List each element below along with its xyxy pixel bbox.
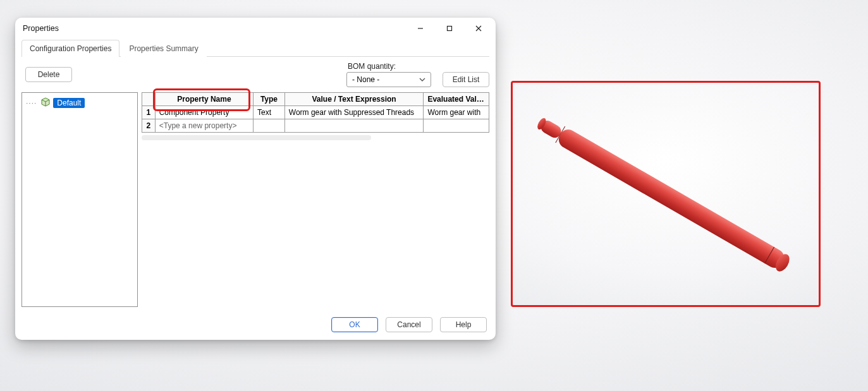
top-controls: Delete BOM quantity: - None - Edit List (21, 61, 489, 92)
properties-dialog: Properties Configuration Properties Prop… (15, 18, 496, 340)
cell-evaluated (424, 119, 489, 133)
properties-table-panel: Property Name Type Value / Text Expressi… (142, 92, 489, 307)
dialog-footer: OK Cancel Help (15, 311, 496, 340)
middle-panels: ···· Default (21, 92, 489, 311)
dialog-content: Delete BOM quantity: - None - Edit List (15, 61, 496, 311)
header-evaluated[interactable]: Evaluated Value (424, 93, 489, 106)
preview-viewport[interactable] (511, 81, 821, 307)
shaft-graphic (513, 83, 821, 307)
header-property-name[interactable]: Property Name (156, 93, 254, 106)
close-button[interactable] (464, 19, 493, 38)
configuration-tree[interactable]: ···· Default (21, 92, 138, 307)
table-header-row: Property Name Type Value / Text Expressi… (142, 93, 489, 106)
horizontal-scrollbar[interactable] (142, 135, 371, 140)
configuration-cube-icon (40, 97, 51, 109)
bom-quantity-select[interactable]: - None - (346, 72, 431, 87)
window-title: Properties (23, 24, 59, 33)
cell-evaluated: Worm gear with (424, 106, 489, 119)
minimize-button[interactable] (406, 19, 435, 38)
svg-rect-5 (556, 126, 788, 271)
table-row[interactable]: 1 Component Property Text Worm gear with… (142, 106, 489, 119)
properties-table[interactable]: Property Name Type Value / Text Expressi… (142, 92, 489, 133)
cancel-button[interactable]: Cancel (386, 317, 432, 332)
tree-item-label: Default (53, 98, 85, 108)
edit-list-button[interactable]: Edit List (443, 72, 489, 87)
table-row[interactable]: 2 <Type a new property> (142, 119, 489, 133)
help-button[interactable]: Help (440, 317, 487, 332)
header-value[interactable]: Value / Text Expression (285, 93, 424, 106)
tab-properties-summary[interactable]: Properties Summary (121, 40, 206, 57)
ok-button[interactable]: OK (331, 317, 378, 332)
cell-new-property-placeholder[interactable]: <Type a new property> (156, 119, 254, 133)
tab-configuration-properties[interactable]: Configuration Properties (21, 40, 119, 57)
chevron-down-icon (418, 76, 427, 83)
tree-branch-icon: ···· (26, 99, 37, 107)
tabs: Configuration Properties Properties Summ… (21, 39, 489, 57)
cell-value[interactable] (285, 119, 424, 133)
header-type[interactable]: Type (254, 93, 285, 106)
delete-button[interactable]: Delete (25, 67, 72, 82)
bom-quantity-group: BOM quantity: - None - Edit List (346, 62, 489, 87)
titlebar: Properties (15, 18, 496, 39)
bom-quantity-value: - None - (352, 75, 379, 84)
row-number: 2 (142, 119, 156, 133)
bom-quantity-label: BOM quantity: (348, 62, 396, 71)
row-number: 1 (142, 106, 156, 119)
maximize-button[interactable] (435, 19, 464, 38)
cell-type[interactable]: Text (254, 106, 285, 119)
tree-item-default[interactable]: ···· Default (26, 97, 133, 109)
cell-value[interactable]: Worm gear with Suppressed Threads (285, 106, 424, 119)
cell-type[interactable] (254, 119, 285, 133)
svg-rect-0 (448, 27, 452, 31)
cell-property-name[interactable]: Component Property (156, 106, 254, 119)
